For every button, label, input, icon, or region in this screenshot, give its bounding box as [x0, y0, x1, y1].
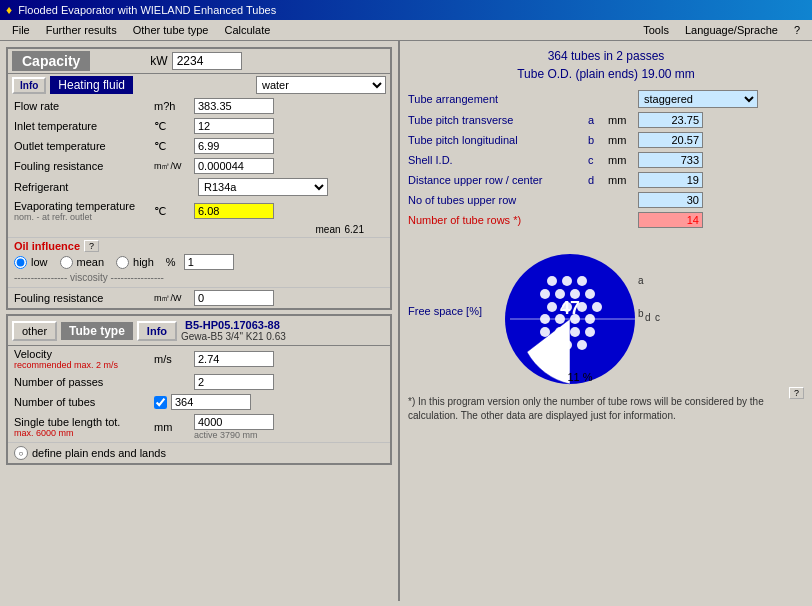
tube-info-button[interactable]: Info	[137, 321, 177, 341]
title-bar: ♦ Flooded Evaporator with WIELAND Enhanc…	[0, 0, 812, 20]
oil-influence-title: Oil influence	[14, 240, 80, 252]
number-of-tubes-checkbox[interactable]	[154, 396, 167, 409]
evap-temp-row: Evaporating temperature nom. - at refr. …	[8, 198, 390, 224]
tube-pitch-longitudinal-row: Tube pitch longitudinal b mm	[408, 131, 804, 149]
plain-ends-label: define plain ends and lands	[32, 447, 166, 459]
shell-id-label: Shell I.D.	[408, 154, 588, 166]
svg-text:c: c	[655, 312, 660, 323]
fouling-resistance-2-unit: m㎡/W	[154, 292, 194, 305]
menu-bar: File Further results Other tube type Cal…	[0, 20, 812, 41]
other-button[interactable]: other	[12, 321, 57, 341]
refrigerant-select[interactable]: R134a	[198, 178, 328, 196]
svg-text:d: d	[645, 312, 651, 323]
pie-chart: 47 a b d c	[490, 239, 670, 389]
svg-point-13	[540, 327, 550, 337]
number-tube-rows-row: Number of tube rows *)	[408, 211, 804, 229]
tube-pitch-transverse-input[interactable]	[638, 112, 703, 128]
footnote-help-button[interactable]: ?	[789, 387, 804, 399]
velocity-input[interactable]	[194, 351, 274, 367]
fouling-resistance-2-input[interactable]	[194, 290, 274, 306]
fouling-resistance-1-input[interactable]	[194, 158, 274, 174]
plain-ends-radio[interactable]: ○	[14, 446, 28, 460]
tube-arrangement-select[interactable]: staggered	[638, 90, 758, 108]
number-of-passes-input[interactable]	[194, 374, 274, 390]
inlet-temp-row: Inlet temperature ℃	[8, 116, 390, 136]
tube-pitch-longitudinal-input[interactable]	[638, 132, 703, 148]
menu-other-tube-type[interactable]: Other tube type	[125, 22, 217, 38]
tube-arrangement-row: Tube arrangement staggered	[408, 89, 804, 109]
outlet-temp-unit: ℃	[154, 140, 194, 153]
svg-point-15	[570, 327, 580, 337]
distance-upper-unit: mm	[608, 174, 638, 186]
menu-calculate[interactable]: Calculate	[216, 22, 278, 38]
heating-fluid-label: Heating fluid	[50, 76, 133, 94]
fouling-resistance-2-row: Fouling resistance m㎡/W	[8, 287, 390, 308]
radio-low[interactable]	[14, 256, 27, 269]
no-tubes-upper-label: No of tubes upper row	[408, 194, 588, 206]
number-tube-rows-input[interactable]	[638, 212, 703, 228]
menu-language[interactable]: Language/Sprache	[677, 22, 786, 38]
number-of-tubes-label: Number of tubes	[14, 396, 154, 408]
mean-row: mean 6.21	[8, 224, 390, 237]
distance-upper-label: Distance upper row / center	[408, 174, 588, 186]
tube-name-block: B5-HP05.17063-88 Gewa-B5 3/4" K21 0.63	[181, 319, 286, 342]
svg-point-14	[555, 327, 565, 337]
fluid-select[interactable]: water	[256, 76, 386, 94]
single-label-block: Single tube length tot. max. 6000 mm	[14, 416, 154, 438]
capacity-header: Capacity kW	[8, 49, 390, 74]
menu-file[interactable]: File	[4, 22, 38, 38]
radio-high[interactable]	[116, 256, 129, 269]
no-tubes-upper-input[interactable]	[638, 192, 703, 208]
velocity-row: Velocity recommended max. 2 m/s m/s	[8, 346, 390, 372]
fouling-resistance-2-label: Fouling resistance	[14, 292, 154, 304]
inlet-temp-label: Inlet temperature	[14, 120, 154, 132]
radio-row: low mean high %	[14, 254, 384, 270]
heating-fluid-info-button[interactable]: Info	[12, 77, 46, 94]
radio-mean[interactable]	[60, 256, 73, 269]
flow-rate-unit: m?h	[154, 100, 194, 112]
tube-pitch-transverse-unit: mm	[608, 114, 638, 126]
evap-label-block: Evaporating temperature nom. - at refr. …	[14, 200, 154, 222]
app-icon: ♦	[6, 3, 12, 17]
svg-point-17	[547, 276, 557, 286]
menu-further-results[interactable]: Further results	[38, 22, 125, 38]
outlet-temp-label: Outlet temperature	[14, 140, 154, 152]
number-of-tubes-input[interactable]	[171, 394, 251, 410]
oil-unit: %	[166, 256, 176, 268]
velocity-label: Velocity	[14, 348, 154, 360]
flow-rate-input[interactable]	[194, 98, 274, 114]
outlet-temp-input[interactable]	[194, 138, 274, 154]
svg-point-20	[547, 340, 557, 350]
tube-arrangement-label: Tube arrangement	[408, 93, 588, 105]
menu-tools[interactable]: Tools	[635, 22, 677, 38]
shell-id-unit: mm	[608, 154, 638, 166]
inlet-temp-input[interactable]	[194, 118, 274, 134]
svg-point-18	[562, 276, 572, 286]
velocity-label-block: Velocity recommended max. 2 m/s	[14, 348, 154, 370]
number-of-tubes-row: Number of tubes	[8, 392, 390, 412]
svg-point-4	[585, 289, 595, 299]
fouling-resistance-1-label: Fouling resistance	[14, 160, 154, 172]
tube-section: other Tube type Info B5-HP05.17063-88 Ge…	[6, 314, 392, 465]
evap-temp-unit: ℃	[154, 205, 194, 218]
tube-type-label: Tube type	[61, 322, 133, 340]
distance-upper-letter: d	[588, 174, 608, 186]
shell-id-input[interactable]	[638, 152, 703, 168]
svg-point-22	[577, 340, 587, 350]
number-tube-rows-label: Number of tube rows *)	[408, 214, 588, 226]
free-space-section: Free space [%]	[408, 239, 804, 383]
oil-title-row: Oil influence ?	[14, 240, 384, 252]
refrigerant-row: Refrigerant R134a	[8, 176, 390, 198]
svg-point-1	[540, 289, 550, 299]
svg-point-21	[562, 340, 572, 350]
single-tube-length-input[interactable]	[194, 414, 274, 430]
menu-help[interactable]: ?	[786, 22, 808, 38]
evap-temp-input[interactable]	[194, 203, 274, 219]
oil-value-input[interactable]	[184, 254, 234, 270]
outlet-temp-row: Outlet temperature ℃	[8, 136, 390, 156]
single-tube-length-row: Single tube length tot. max. 6000 mm mm …	[8, 412, 390, 442]
oil-influence-help-button[interactable]: ?	[84, 240, 99, 252]
distance-upper-input[interactable]	[638, 172, 703, 188]
capacity-value-input[interactable]	[172, 52, 242, 70]
tube-pitch-transverse-row: Tube pitch transverse a mm	[408, 111, 804, 129]
